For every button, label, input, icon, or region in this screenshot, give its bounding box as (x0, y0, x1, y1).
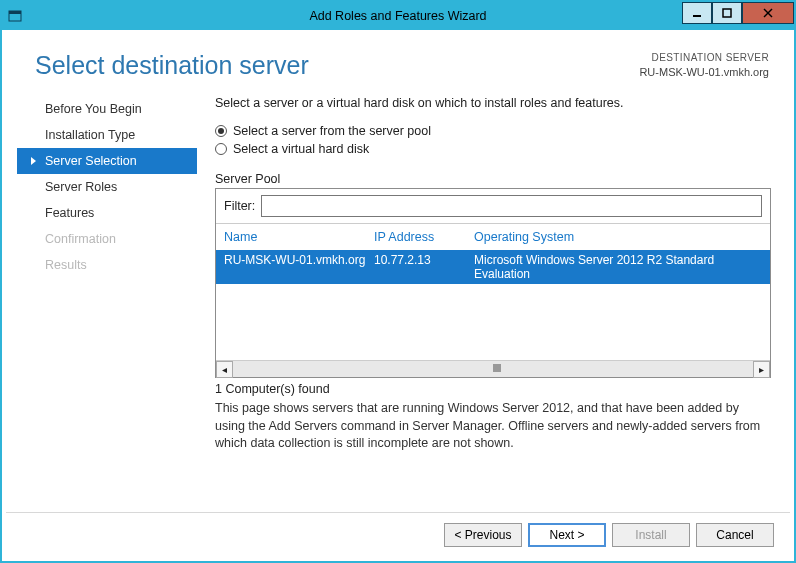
content: Select destination server DESTINATION SE… (2, 30, 794, 561)
table-body: RU-MSK-WU-01.vmkh.org 10.77.2.13 Microso… (216, 250, 770, 360)
cancel-button[interactable]: Cancel (696, 523, 774, 547)
page-title: Select destination server (35, 51, 309, 80)
window-title: Add Roles and Features Wizard (2, 9, 794, 23)
nav-server-roles[interactable]: Server Roles (17, 174, 197, 200)
radio-icon (215, 143, 227, 155)
svg-rect-3 (723, 9, 731, 17)
intro-text: Select a server or a virtual hard disk o… (215, 96, 771, 110)
nav-before-you-begin[interactable]: Before You Begin (17, 96, 197, 122)
svg-rect-1 (9, 11, 21, 14)
sidebar: Before You Begin Installation Type Serve… (17, 94, 197, 505)
cell-os: Microsoft Windows Server 2012 R2 Standar… (474, 253, 762, 281)
close-button[interactable] (742, 2, 794, 24)
table-header: Name IP Address Operating System (216, 224, 770, 250)
nav-confirmation: Confirmation (17, 226, 197, 252)
scroll-thumb[interactable] (493, 364, 501, 372)
computers-found: 1 Computer(s) found (215, 382, 771, 396)
next-button[interactable]: Next > (528, 523, 606, 547)
col-os[interactable]: Operating System (474, 230, 762, 244)
table-row[interactable]: RU-MSK-WU-01.vmkh.org 10.77.2.13 Microso… (216, 250, 770, 284)
col-ip[interactable]: IP Address (374, 230, 474, 244)
titlebar[interactable]: Add Roles and Features Wizard (2, 2, 794, 30)
nav-server-selection[interactable]: Server Selection (17, 148, 197, 174)
destination-value: RU-MSK-WU-01.vmkh.org (639, 65, 769, 80)
radio-icon (215, 125, 227, 137)
nav-installation-type[interactable]: Installation Type (17, 122, 197, 148)
radio-server-pool[interactable]: Select a server from the server pool (215, 124, 771, 138)
maximize-button[interactable] (712, 2, 742, 24)
cell-name: RU-MSK-WU-01.vmkh.org (224, 253, 374, 281)
radio-vhd[interactable]: Select a virtual hard disk (215, 142, 771, 156)
scroll-left-icon[interactable]: ◂ (216, 361, 233, 378)
destination-block: DESTINATION SERVER RU-MSK-WU-01.vmkh.org (639, 51, 769, 80)
previous-button[interactable]: < Previous (444, 523, 522, 547)
destination-label: DESTINATION SERVER (639, 51, 769, 65)
filter-label: Filter: (224, 199, 255, 213)
help-text: This page shows servers that are running… (215, 400, 771, 453)
col-name[interactable]: Name (224, 230, 374, 244)
horizontal-scrollbar[interactable]: ◂ ▸ (216, 360, 770, 377)
nav-results: Results (17, 252, 197, 278)
cell-ip: 10.77.2.13 (374, 253, 474, 281)
server-pool-box: Filter: Name IP Address Operating System… (215, 188, 771, 378)
radio-label: Select a server from the server pool (233, 124, 431, 138)
server-pool-label: Server Pool (215, 172, 771, 186)
minimize-button[interactable] (682, 2, 712, 24)
scroll-track[interactable] (233, 361, 753, 377)
scroll-right-icon[interactable]: ▸ (753, 361, 770, 378)
button-bar: < Previous Next > Install Cancel (6, 512, 790, 557)
main-pane: Select a server or a virtual hard disk o… (197, 94, 779, 505)
app-icon (8, 9, 22, 23)
radio-label: Select a virtual hard disk (233, 142, 369, 156)
window-controls (682, 2, 794, 24)
wizard-window: Add Roles and Features Wizard Select des… (0, 0, 796, 563)
install-button: Install (612, 523, 690, 547)
filter-input[interactable] (261, 195, 762, 217)
nav-features[interactable]: Features (17, 200, 197, 226)
